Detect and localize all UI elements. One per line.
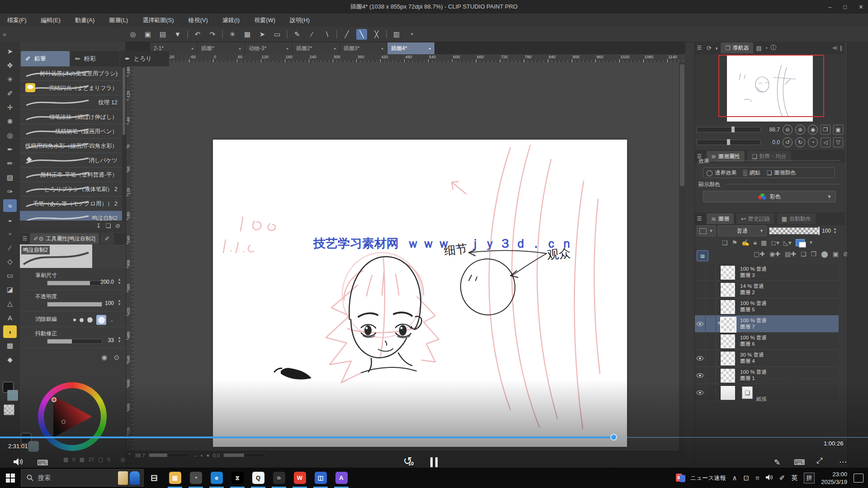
antialias-strong[interactable] xyxy=(96,315,106,325)
dock-collapse-icon[interactable]: ≪ ∥ xyxy=(832,45,842,51)
new-vector-layer-icon[interactable]: ◉✚ xyxy=(769,250,780,258)
tool-zoom[interactable]: ◎ xyxy=(3,129,17,142)
layer-row[interactable]: ✎ ❏ 100 % 普通 圖層 1 xyxy=(695,367,839,384)
navigator-tab[interactable]: ❐導航器 xyxy=(721,42,754,53)
qq[interactable]: Q xyxy=(248,468,269,488)
clip-studio[interactable]: ◔ xyxy=(185,468,206,488)
auto-action-tab[interactable]: ▦自動動作 xyxy=(777,213,816,224)
new-folder-icon[interactable]: ▤✚ xyxy=(785,250,796,258)
command-icon[interactable] xyxy=(386,30,387,38)
tray-volume-icon[interactable] xyxy=(766,474,773,482)
fit-screen-icon[interactable]: ❐ xyxy=(821,125,830,135)
property-stabilization[interactable]: 抖動修正 33 ▲▼ xyxy=(20,327,126,348)
tool-fill[interactable]: ◆ xyxy=(3,353,17,366)
tray-expand-icon[interactable]: ∧ xyxy=(732,474,737,482)
flip-vertical-icon[interactable]: ▽ xyxy=(833,137,843,147)
eye-icon[interactable] xyxy=(697,356,703,361)
subview-icon[interactable]: ▤ xyxy=(756,45,761,52)
tool-property-tab[interactable]: ✐⚙ 工具屬性[鸣泣自制2] xyxy=(30,233,99,244)
refresh-icon[interactable]: ⟳ xyxy=(707,45,712,52)
save-document-icon[interactable]: ▼ xyxy=(172,29,183,40)
two-pane-toggle[interactable]: ▤ xyxy=(697,250,708,261)
new-document-icon[interactable]: ▣ xyxy=(142,29,153,40)
menu-item[interactable]: 動畫(A) xyxy=(68,16,102,24)
minimize-button[interactable]: – xyxy=(828,4,831,10)
layer-row[interactable]: ✎ ❏ 100 % 普通 圖層 6 xyxy=(695,333,839,350)
palette-color-dropdown[interactable]: ▼ xyxy=(697,225,716,236)
tool-blend[interactable]: ◒ xyxy=(3,213,17,226)
property-opacity[interactable]: 不透明度 100 ▲▼ xyxy=(20,290,126,311)
snap-grid-icon[interactable]: ╳ xyxy=(371,29,382,40)
brush-item[interactable]: 完结闪光（まとまりフラ） xyxy=(20,81,122,95)
document-tab[interactable]: 插圖3* ● xyxy=(340,42,387,54)
effect-button[interactable]: ▒ 網點 xyxy=(743,169,760,177)
eye-icon[interactable] xyxy=(697,373,703,378)
brush-item[interactable]: 毛笔（あら筆（モノクロ用）） 2 xyxy=(20,197,122,211)
tool-selection[interactable]: ▫ xyxy=(3,227,17,240)
blend-mode-dropdown[interactable]: 普通▼ xyxy=(718,225,767,236)
command-icon[interactable] xyxy=(287,30,288,38)
correct-line-icon[interactable]: ✎ xyxy=(292,29,302,40)
layer-row[interactable]: ✎ ❏ 100 % 普通 圖層 5 xyxy=(695,298,839,315)
tool-transform[interactable]: ✛ xyxy=(3,101,17,114)
tool-move[interactable]: ✥ xyxy=(3,59,17,72)
tool-balloon[interactable]: ◖ xyxy=(3,325,17,338)
layer-opacity-value[interactable]: 100 xyxy=(822,228,831,234)
tool-magic-wand[interactable]: ✳ xyxy=(3,73,17,86)
command-icon[interactable] xyxy=(336,30,337,38)
antialias-none[interactable] xyxy=(73,319,76,321)
reference-layer-icon[interactable]: ⚑ xyxy=(732,239,738,246)
opacity-slider[interactable] xyxy=(47,302,102,307)
tray-network-icon[interactable]: ⌗ xyxy=(755,474,759,482)
scrollbar-thumb[interactable] xyxy=(680,64,684,186)
notification-center-icon[interactable] xyxy=(854,474,863,483)
tool-gradient[interactable]: ▩ xyxy=(3,339,17,352)
tool-figure[interactable]: ◇ xyxy=(3,255,17,268)
move-to-icon[interactable]: ➤ xyxy=(257,29,268,40)
property-brush-size[interactable]: 筆刷尺寸 200.0 ▲▼ xyxy=(20,269,126,290)
preview-icon[interactable]: ◑ xyxy=(714,45,718,52)
panel-menu-icon[interactable]: ☰ xyxy=(695,216,704,222)
zoom-100-icon[interactable]: ◉ xyxy=(808,125,818,135)
file-explorer[interactable]: ▥ xyxy=(165,468,185,488)
delete-brush-icon[interactable]: ⊘ xyxy=(115,222,120,229)
item-bank-icon[interactable]: ◔ xyxy=(764,45,768,52)
spinner-icon[interactable]: ▲▼ xyxy=(833,227,837,235)
spinner-icon[interactable]: ▲▼ xyxy=(118,299,121,306)
brush-item[interactable]: 细笔涂抹（細ぼけ伸ばし） xyxy=(20,110,122,124)
command-icon[interactable] xyxy=(187,30,188,38)
tray-pen-icon[interactable]: ✐ xyxy=(779,474,785,482)
layer-tab[interactable]: ≋圖層 xyxy=(707,213,734,224)
menu-item[interactable]: 檢視(V) xyxy=(181,16,215,24)
navigator-rotate-slider[interactable] xyxy=(697,140,761,145)
document-canvas[interactable]: 细节 观众 技艺学习素材网ｗｗｗ．ｊｙ３ｄ．ｃｎ xyxy=(213,140,627,447)
marmoset[interactable]: A xyxy=(331,468,352,488)
full-view-icon[interactable]: ▣ xyxy=(833,125,843,135)
wps[interactable]: W xyxy=(289,468,310,488)
stabilization-value[interactable]: 33 xyxy=(108,337,114,343)
tool-airbrush[interactable]: ▨ xyxy=(3,171,17,184)
antialias-weak[interactable] xyxy=(80,318,84,322)
tool-operation[interactable]: ➤ xyxy=(3,45,17,58)
transparent-color-chip[interactable] xyxy=(4,404,14,415)
eye-icon[interactable] xyxy=(697,390,703,395)
color-set-icon[interactable]: ◎ xyxy=(121,456,125,463)
tool-frame[interactable]: ▭ xyxy=(3,269,17,282)
start-button[interactable] xyxy=(0,468,21,488)
navigator-view-rect[interactable] xyxy=(718,55,824,117)
brush-item[interactable]: 纹理 12 xyxy=(20,95,122,110)
tray-device-icon[interactable]: ⊡ xyxy=(744,474,750,482)
display-color-dropdown[interactable]: 彩色 ▼ xyxy=(703,191,836,202)
menu-item[interactable]: 說明(H) xyxy=(283,16,317,24)
csp-logo-icon[interactable]: ◎ xyxy=(127,29,138,40)
maximize-button[interactable]: □ xyxy=(843,4,847,10)
pause-button[interactable] xyxy=(430,457,438,467)
layer-thumbnail[interactable] xyxy=(720,265,736,280)
zoom-reset-button[interactable]: ■ xyxy=(207,453,209,458)
sv-marker[interactable] xyxy=(61,420,66,424)
antialias-medium[interactable] xyxy=(87,317,93,323)
ime-badge[interactable]: 拼 xyxy=(804,473,815,483)
import-brush-icon[interactable]: ↧ xyxy=(96,222,101,229)
tool-polyline[interactable]: △ xyxy=(3,297,17,310)
layer-opacity-slider[interactable] xyxy=(769,227,820,235)
